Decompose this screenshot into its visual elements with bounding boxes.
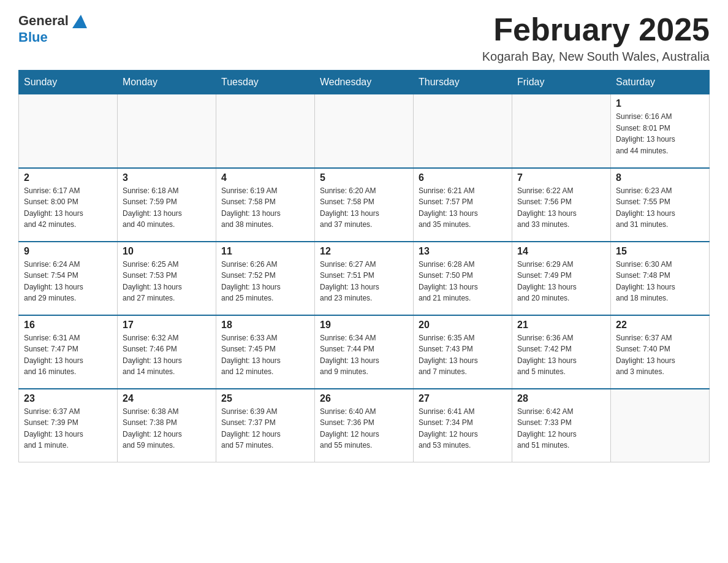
day-number: 6: [419, 172, 507, 183]
header-friday: Friday: [512, 71, 611, 94]
table-row: [118, 94, 216, 168]
calendar-week-row: 2Sunrise: 6:17 AM Sunset: 8:00 PM Daylig…: [19, 168, 710, 242]
day-number: 5: [320, 172, 408, 183]
day-number: 17: [123, 320, 211, 331]
calendar-week-row: 9Sunrise: 6:24 AM Sunset: 7:54 PM Daylig…: [19, 242, 710, 315]
day-info: Sunrise: 6:33 AM Sunset: 7:45 PM Dayligh…: [221, 332, 309, 378]
table-row: 4Sunrise: 6:19 AM Sunset: 7:58 PM Daylig…: [216, 168, 315, 242]
table-row: 1Sunrise: 6:16 AM Sunset: 8:01 PM Daylig…: [611, 94, 710, 168]
day-info: Sunrise: 6:41 AM Sunset: 7:34 PM Dayligh…: [419, 406, 507, 451]
day-number: 18: [221, 320, 309, 331]
day-number: 21: [517, 320, 605, 331]
day-info: Sunrise: 6:39 AM Sunset: 7:37 PM Dayligh…: [221, 406, 309, 451]
table-row: 19Sunrise: 6:34 AM Sunset: 7:44 PM Dayli…: [315, 315, 414, 389]
table-row: 3Sunrise: 6:18 AM Sunset: 7:59 PM Daylig…: [118, 168, 216, 242]
day-number: 3: [123, 172, 211, 183]
table-row: 10Sunrise: 6:25 AM Sunset: 7:53 PM Dayli…: [118, 242, 216, 315]
title-section: February 2025 Kogarah Bay, New South Wal…: [482, 12, 710, 64]
day-number: 23: [24, 393, 112, 404]
logo-blue-text: Blue: [18, 29, 48, 45]
header-wednesday: Wednesday: [315, 71, 414, 94]
header-sunday: Sunday: [19, 71, 118, 94]
table-row: 11Sunrise: 6:26 AM Sunset: 7:52 PM Dayli…: [216, 242, 315, 315]
day-info: Sunrise: 6:26 AM Sunset: 7:52 PM Dayligh…: [221, 259, 309, 304]
day-number: 12: [320, 246, 408, 257]
logo-general-text: General: [18, 13, 69, 29]
table-row: 17Sunrise: 6:32 AM Sunset: 7:46 PM Dayli…: [118, 315, 216, 389]
logo: General Blue: [18, 12, 87, 45]
day-info: Sunrise: 6:28 AM Sunset: 7:50 PM Dayligh…: [419, 259, 507, 304]
day-number: 14: [517, 246, 605, 257]
day-number: 22: [616, 320, 704, 331]
day-info: Sunrise: 6:18 AM Sunset: 7:59 PM Dayligh…: [123, 185, 211, 231]
day-info: Sunrise: 6:16 AM Sunset: 8:01 PM Dayligh…: [616, 111, 704, 156]
day-number: 11: [221, 246, 309, 257]
day-number: 13: [419, 246, 507, 257]
table-row: [414, 94, 512, 168]
day-info: Sunrise: 6:36 AM Sunset: 7:42 PM Dayligh…: [517, 332, 605, 378]
table-row: 5Sunrise: 6:20 AM Sunset: 7:58 PM Daylig…: [315, 168, 414, 242]
day-info: Sunrise: 6:30 AM Sunset: 7:48 PM Dayligh…: [616, 259, 704, 304]
day-info: Sunrise: 6:22 AM Sunset: 7:56 PM Dayligh…: [517, 185, 605, 231]
page-header: General Blue February 2025 Kogarah Bay, …: [18, 12, 710, 64]
day-number: 2: [24, 172, 112, 183]
day-number: 26: [320, 393, 408, 404]
day-info: Sunrise: 6:34 AM Sunset: 7:44 PM Dayligh…: [320, 332, 408, 378]
day-info: Sunrise: 6:38 AM Sunset: 7:38 PM Dayligh…: [123, 406, 211, 451]
table-row: 2Sunrise: 6:17 AM Sunset: 8:00 PM Daylig…: [19, 168, 118, 242]
day-info: Sunrise: 6:27 AM Sunset: 7:51 PM Dayligh…: [320, 259, 408, 304]
calendar-header-row: Sunday Monday Tuesday Wednesday Thursday…: [19, 71, 710, 94]
table-row: 22Sunrise: 6:37 AM Sunset: 7:40 PM Dayli…: [611, 315, 710, 389]
header-monday: Monday: [118, 71, 216, 94]
table-row: 25Sunrise: 6:39 AM Sunset: 7:37 PM Dayli…: [216, 389, 315, 462]
day-info: Sunrise: 6:17 AM Sunset: 8:00 PM Dayligh…: [24, 185, 112, 231]
table-row: 15Sunrise: 6:30 AM Sunset: 7:48 PM Dayli…: [611, 242, 710, 315]
day-info: Sunrise: 6:20 AM Sunset: 7:58 PM Dayligh…: [320, 185, 408, 231]
day-info: Sunrise: 6:19 AM Sunset: 7:58 PM Dayligh…: [221, 185, 309, 231]
day-info: Sunrise: 6:42 AM Sunset: 7:33 PM Dayligh…: [517, 406, 605, 451]
table-row: 28Sunrise: 6:42 AM Sunset: 7:33 PM Dayli…: [512, 389, 611, 462]
calendar-table: Sunday Monday Tuesday Wednesday Thursday…: [18, 70, 710, 462]
table-row: 13Sunrise: 6:28 AM Sunset: 7:50 PM Dayli…: [414, 242, 512, 315]
table-row: [216, 94, 315, 168]
day-number: 10: [123, 246, 211, 257]
calendar-week-row: 23Sunrise: 6:37 AM Sunset: 7:39 PM Dayli…: [19, 389, 710, 462]
day-number: 25: [221, 393, 309, 404]
table-row: 21Sunrise: 6:36 AM Sunset: 7:42 PM Dayli…: [512, 315, 611, 389]
table-row: 6Sunrise: 6:21 AM Sunset: 7:57 PM Daylig…: [414, 168, 512, 242]
header-tuesday: Tuesday: [216, 71, 315, 94]
calendar-week-row: 1Sunrise: 6:16 AM Sunset: 8:01 PM Daylig…: [19, 94, 710, 168]
day-info: Sunrise: 6:29 AM Sunset: 7:49 PM Dayligh…: [517, 259, 605, 304]
day-info: Sunrise: 6:37 AM Sunset: 7:40 PM Dayligh…: [616, 332, 704, 378]
day-info: Sunrise: 6:21 AM Sunset: 7:57 PM Dayligh…: [419, 185, 507, 231]
logo-icon: [70, 12, 87, 29]
calendar-week-row: 16Sunrise: 6:31 AM Sunset: 7:47 PM Dayli…: [19, 315, 710, 389]
day-info: Sunrise: 6:31 AM Sunset: 7:47 PM Dayligh…: [24, 332, 112, 378]
table-row: 7Sunrise: 6:22 AM Sunset: 7:56 PM Daylig…: [512, 168, 611, 242]
day-number: 4: [221, 172, 309, 183]
table-row: 27Sunrise: 6:41 AM Sunset: 7:34 PM Dayli…: [414, 389, 512, 462]
table-row: 20Sunrise: 6:35 AM Sunset: 7:43 PM Dayli…: [414, 315, 512, 389]
table-row: 18Sunrise: 6:33 AM Sunset: 7:45 PM Dayli…: [216, 315, 315, 389]
day-info: Sunrise: 6:24 AM Sunset: 7:54 PM Dayligh…: [24, 259, 112, 304]
table-row: 9Sunrise: 6:24 AM Sunset: 7:54 PM Daylig…: [19, 242, 118, 315]
day-number: 28: [517, 393, 605, 404]
location-text: Kogarah Bay, New South Wales, Australia: [482, 50, 710, 64]
month-title: February 2025: [482, 12, 710, 47]
day-number: 1: [616, 98, 704, 109]
table-row: 14Sunrise: 6:29 AM Sunset: 7:49 PM Dayli…: [512, 242, 611, 315]
day-number: 24: [123, 393, 211, 404]
day-number: 9: [24, 246, 112, 257]
table-row: [19, 94, 118, 168]
table-row: [611, 389, 710, 462]
table-row: [512, 94, 611, 168]
day-info: Sunrise: 6:25 AM Sunset: 7:53 PM Dayligh…: [123, 259, 211, 304]
day-number: 7: [517, 172, 605, 183]
table-row: [315, 94, 414, 168]
svg-marker-0: [72, 15, 87, 28]
day-info: Sunrise: 6:32 AM Sunset: 7:46 PM Dayligh…: [123, 332, 211, 378]
header-saturday: Saturday: [611, 71, 710, 94]
table-row: 12Sunrise: 6:27 AM Sunset: 7:51 PM Dayli…: [315, 242, 414, 315]
day-number: 15: [616, 246, 704, 257]
day-number: 20: [419, 320, 507, 331]
